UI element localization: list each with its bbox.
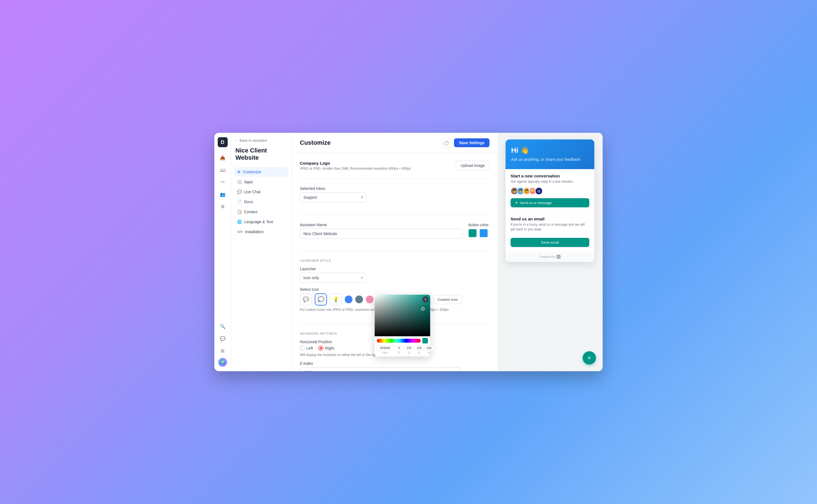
nav-icon-settings[interactable]: ⚙ bbox=[218, 202, 228, 212]
zindex-input[interactable] bbox=[300, 367, 461, 371]
back-to-assistant[interactable]: ← Back to assistant bbox=[234, 138, 288, 142]
company-logo-section: Company Logo JPEG or PNG, smaller than 1… bbox=[300, 161, 490, 179]
launcher-select-wrapper: Icon only Icon + Text ▼ bbox=[300, 273, 366, 283]
card1-title: Start a new conversation bbox=[511, 174, 589, 178]
card1-desc: Our agents typically reply in a few minu… bbox=[511, 179, 589, 184]
selected-inbox-section: Selected Inbox Support Sales General ▼ bbox=[300, 186, 490, 215]
inbox-select-wrapper: Support Sales General ▼ bbox=[300, 192, 366, 202]
topbar: Customize 🕐 Save Settings bbox=[292, 133, 497, 153]
r-label: R bbox=[398, 351, 400, 354]
main-content: Customize 🕐 Save Settings Company Logo J… bbox=[292, 133, 497, 371]
action-color-label: Action color: bbox=[468, 223, 490, 227]
chat-greeting: Hi 👋 bbox=[511, 146, 589, 155]
docs-icon: 📄 bbox=[237, 200, 242, 204]
radio-right[interactable]: Right bbox=[318, 346, 334, 351]
select-icon-label: Select Icon bbox=[300, 287, 490, 292]
card2-desc: If you're in a hurry, send us a message … bbox=[511, 222, 589, 232]
inbox-label: Selected Inbox bbox=[300, 186, 490, 191]
powered-logo: D bbox=[557, 255, 561, 259]
back-arrow-icon: ← bbox=[234, 138, 238, 142]
zindex-label: Z-Index bbox=[300, 361, 490, 366]
sidebar-item-installation[interactable]: </> Installation bbox=[234, 227, 288, 236]
send-email-button[interactable]: Send email bbox=[511, 238, 589, 247]
chat-subtitle: Ask us anything, or share your feedback bbox=[511, 157, 589, 162]
nav-icon-contacts[interactable]: 👥 bbox=[218, 189, 228, 199]
nav-icon-search[interactable]: 🔍 bbox=[218, 321, 228, 331]
color-picker-close[interactable]: × bbox=[423, 296, 429, 302]
paper-plane-icon: ✈ bbox=[515, 201, 518, 205]
a-label: A bbox=[428, 351, 430, 354]
page-title: Customize bbox=[300, 139, 330, 146]
company-logo-label: Company Logo bbox=[300, 161, 411, 166]
b-label: B bbox=[418, 351, 420, 354]
upload-image-button[interactable]: Upload Image bbox=[456, 161, 490, 170]
nav-icon-grid[interactable]: ⊞ bbox=[218, 346, 228, 356]
sidebar-item-docs[interactable]: 📄 Docs bbox=[234, 197, 288, 207]
selected-color-preview bbox=[423, 338, 428, 343]
hue-bar-row bbox=[375, 336, 430, 344]
nav-icon-inbox[interactable]: 📥 bbox=[218, 153, 228, 163]
sidebar-item-language[interactable]: 🌐 Language & Text bbox=[234, 217, 288, 226]
b-input[interactable] bbox=[415, 345, 424, 351]
blue-color-swatch[interactable] bbox=[479, 229, 488, 238]
assistant-name-label: Assistant Name bbox=[300, 223, 463, 227]
nav-icon-chat[interactable]: 💬 bbox=[218, 334, 228, 343]
customize-icon: ⚙ bbox=[237, 170, 241, 174]
contact-icon: 📋 bbox=[237, 210, 242, 214]
color-circle-blue[interactable] bbox=[345, 296, 352, 303]
history-button[interactable]: 🕐 bbox=[441, 138, 451, 148]
chat-card-1: Start a new conversation Our agents typi… bbox=[506, 169, 594, 212]
topbar-actions: 🕐 Save Settings bbox=[441, 138, 490, 148]
icon-opt-bulb[interactable]: 💡 bbox=[330, 293, 342, 306]
hue-bar[interactable] bbox=[377, 339, 421, 343]
color-values-row: Hex R G B bbox=[375, 344, 430, 357]
avatars-row: 👦 👨 👩 👱 ⏻ bbox=[511, 187, 589, 195]
name-color-section: Assistant Name Action color: × bbox=[300, 223, 490, 251]
radio-left-circle bbox=[300, 346, 305, 351]
fab-close-button[interactable]: × bbox=[583, 351, 596, 365]
launcher-style-heading: LAUNCHER STYLE bbox=[300, 259, 490, 262]
g-input[interactable] bbox=[404, 345, 414, 351]
nav-icon-book[interactable]: 📖 bbox=[218, 165, 228, 175]
icon-opt-chat[interactable]: 💭 bbox=[315, 293, 327, 306]
installation-icon: </> bbox=[237, 230, 243, 234]
app-logo[interactable]: D bbox=[218, 137, 228, 147]
chat-body: Start a new conversation Our agents typi… bbox=[506, 169, 594, 262]
chat-card-2: Send us an email If you're in a hurry, s… bbox=[506, 212, 594, 251]
launcher-select[interactable]: Icon only Icon + Text bbox=[300, 273, 366, 283]
g-label: G bbox=[408, 351, 410, 354]
save-settings-button[interactable]: Save Settings bbox=[454, 138, 490, 147]
color-spectrum[interactable] bbox=[375, 295, 430, 336]
powered-by-text: Powered by bbox=[540, 255, 556, 258]
icon-bar: D 📥 📖 〜 👥 ⚙ 🔍 💬 ⊞ 🌍 bbox=[214, 133, 231, 371]
assistant-name-input[interactable] bbox=[300, 229, 463, 239]
color-picker-popup: × Hex bbox=[375, 295, 430, 357]
action-color-swatch[interactable] bbox=[468, 229, 477, 238]
hex-input[interactable] bbox=[377, 345, 393, 351]
sidebar: ← Back to assistant Nice Client Website … bbox=[231, 133, 292, 371]
hex-label: Hex bbox=[383, 351, 388, 354]
inbox-select[interactable]: Support Sales General bbox=[300, 192, 366, 202]
nav-icon-activity[interactable]: 〜 bbox=[218, 177, 228, 187]
radio-right-circle bbox=[318, 346, 323, 351]
user-avatar[interactable]: 🌍 bbox=[218, 358, 227, 367]
sidebar-item-livechat[interactable]: 💬 Live Chat bbox=[234, 187, 288, 197]
custom-icon-button[interactable]: Custom Icon bbox=[434, 295, 462, 304]
r-input[interactable] bbox=[394, 345, 403, 351]
company-logo-hint: JPEG or PNG, smaller than 1MB. Recommend… bbox=[300, 167, 411, 170]
color-circle-gray[interactable] bbox=[355, 296, 363, 303]
apps-icon: ⬜ bbox=[237, 180, 242, 184]
color-circle-pink[interactable] bbox=[366, 296, 373, 303]
launcher-label: Launcher bbox=[300, 267, 490, 271]
radio-left[interactable]: Left bbox=[300, 346, 313, 351]
icon-opt-speech[interactable]: 💬 bbox=[300, 293, 312, 306]
sidebar-item-apps[interactable]: ⬜ Apps bbox=[234, 177, 288, 187]
a-input[interactable] bbox=[425, 345, 434, 351]
chat-header: Hi 👋 Ask us anything, or share your feed… bbox=[506, 139, 594, 169]
send-message-button[interactable]: ✈ Send us a message bbox=[511, 198, 589, 207]
chat-footer: Powered by D bbox=[506, 251, 594, 262]
chat-widget: Hi 👋 Ask us anything, or share your feed… bbox=[506, 139, 594, 262]
sidebar-item-contact[interactable]: 📋 Contact bbox=[234, 207, 288, 217]
content-area: Company Logo JPEG or PNG, smaller than 1… bbox=[292, 153, 497, 371]
sidebar-item-customize[interactable]: ⚙ Customize bbox=[234, 167, 288, 177]
